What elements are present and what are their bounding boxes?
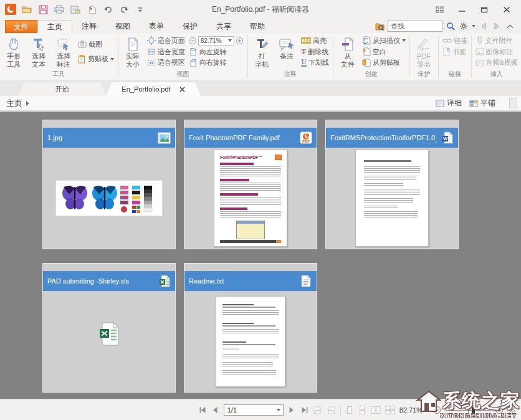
link-button[interactable]: 链接 xyxy=(442,36,467,46)
zoom-in-icon[interactable] xyxy=(236,37,244,45)
find-previous-icon[interactable] xyxy=(479,21,489,31)
typewriter-button[interactable]: 打 字机 xyxy=(250,34,274,69)
underline-button[interactable]: U 下划线 xyxy=(301,57,329,68)
select-text-button[interactable]: 选择 文本 xyxy=(27,34,50,69)
rotate-right-button[interactable]: 向右旋转 xyxy=(189,57,244,68)
redo-icon[interactable] xyxy=(118,3,130,16)
zoom-percentage[interactable]: 82.71% xyxy=(399,406,428,414)
group-label-comment: 注释 xyxy=(250,69,330,80)
create-from-file-button[interactable]: 从 文件 xyxy=(336,34,360,69)
portfolio-item-excel[interactable]: PAD submitting -Shirley.xls xyxy=(42,263,176,393)
doc-tab-portfolio[interactable]: En_Portfolio.pdf xyxy=(106,82,201,96)
detail-view-button[interactable]: 详细 xyxy=(436,98,462,108)
select-annotation-button[interactable]: 选择 标注 xyxy=(52,34,75,69)
previous-view-button[interactable] xyxy=(313,405,322,415)
tile-view-button[interactable]: 平铺 xyxy=(469,98,495,108)
tab-protect[interactable]: 保护 xyxy=(173,20,207,33)
tab-comment[interactable]: 注释 xyxy=(72,20,106,33)
breadcrumb[interactable]: 主页 xyxy=(6,98,22,109)
from-scanner-button[interactable]: 从扫描仪 xyxy=(362,36,406,46)
note-button[interactable]: 备注 xyxy=(275,34,299,69)
strikeout-button[interactable]: T 删除线 xyxy=(301,47,329,57)
find-next-icon[interactable] xyxy=(492,21,502,31)
search-input[interactable] xyxy=(388,21,442,32)
tile-view-icon xyxy=(469,100,478,107)
from-clipboard-button[interactable]: 从剪贴板 xyxy=(362,57,406,68)
close-button[interactable] xyxy=(500,4,514,15)
close-tab-icon[interactable] xyxy=(179,87,185,92)
settings-gear-icon[interactable] xyxy=(459,21,469,31)
undo-icon[interactable] xyxy=(102,3,114,16)
email-button[interactable] xyxy=(69,3,82,16)
fit-width-button[interactable]: 适合宽度 xyxy=(147,47,185,57)
pdf-preview-text xyxy=(220,211,281,217)
zoom-level-select[interactable]: 82.71% xyxy=(198,36,234,45)
ui-layout-button[interactable] xyxy=(433,4,446,15)
settings-caret-icon[interactable] xyxy=(472,25,476,27)
tab-help[interactable]: 帮助 xyxy=(241,20,274,33)
open-file-button[interactable] xyxy=(21,3,33,16)
tab-form[interactable]: 表单 xyxy=(140,20,173,33)
qat-customize-icon[interactable] xyxy=(134,3,146,16)
search-icon[interactable] xyxy=(446,21,456,31)
pdf-sign-button[interactable]: PDF 签名 xyxy=(412,34,436,69)
tile-preview xyxy=(327,148,457,248)
foxit-logo-icon[interactable] xyxy=(4,3,17,16)
page-number-select[interactable] xyxy=(224,404,284,416)
ribbon-group-view: 实际 大小 适合页面 适合宽度 xyxy=(119,33,247,80)
zoom-slider[interactable] xyxy=(446,405,490,415)
snapshot-button[interactable]: 截图 xyxy=(78,39,114,50)
highlight-icon: abc xyxy=(301,37,311,44)
page-number-input[interactable] xyxy=(224,404,284,416)
group-divider xyxy=(247,36,248,77)
next-page-button[interactable] xyxy=(288,405,296,415)
resize-grip-icon[interactable] xyxy=(508,405,516,415)
portfolio-item-word[interactable]: FoxitRMSProtectionToolforPDF1.0_read W xyxy=(325,120,459,249)
file-attachment-button[interactable]: 文件附件 xyxy=(476,36,518,46)
zoom-out-icon[interactable] xyxy=(189,37,197,45)
image-annotation-button[interactable]: 图像标注 xyxy=(476,47,518,57)
create-blank-button[interactable]: 空白 xyxy=(362,47,406,57)
rotate-left-button[interactable]: 向左旋转 xyxy=(189,47,244,57)
scrollbar-button[interactable] xyxy=(509,98,517,108)
clipboard-button[interactable]: 剪贴板 xyxy=(78,54,114,64)
highlight-button[interactable]: abc 高亮 xyxy=(301,36,329,46)
file-menu-button[interactable]: 文件 xyxy=(5,20,37,33)
bookmark-button[interactable]: 书签 xyxy=(442,47,467,57)
zoom-out-button[interactable] xyxy=(433,405,441,415)
zoom-slider-thumb[interactable] xyxy=(472,407,475,414)
facing-layout-button[interactable] xyxy=(371,405,381,415)
tab-view[interactable]: 视图 xyxy=(106,20,140,33)
tile-header: FoxitRMSProtectionToolforPDF1.0_read W xyxy=(326,128,458,148)
text-preview-text xyxy=(222,354,279,359)
word-preview-text xyxy=(364,189,420,195)
restore-button[interactable] xyxy=(477,4,491,15)
save-button[interactable] xyxy=(37,3,49,16)
single-page-layout-button[interactable] xyxy=(345,405,353,415)
fit-visible-button[interactable]: 适合视区 xyxy=(147,57,185,68)
continuous-layout-button[interactable] xyxy=(358,405,366,415)
next-view-button[interactable] xyxy=(327,405,336,415)
first-page-button[interactable] xyxy=(198,405,206,415)
zoom-in-button[interactable] xyxy=(495,405,504,415)
previous-page-button[interactable] xyxy=(211,405,219,415)
tab-share[interactable]: 共享 xyxy=(207,20,241,33)
minimize-button[interactable] xyxy=(455,4,469,15)
last-page-button[interactable] xyxy=(300,405,308,415)
from-scanner-caret-icon xyxy=(402,39,406,42)
actual-size-button[interactable]: 实际 大小 xyxy=(121,34,145,69)
fit-page-button[interactable]: 适合页面 xyxy=(147,36,185,46)
new-document-button[interactable] xyxy=(85,3,98,16)
tab-home[interactable]: 主页 xyxy=(37,20,72,33)
group-divider xyxy=(438,36,439,77)
collapse-ribbon-icon[interactable] xyxy=(505,21,515,31)
portfolio-item-image[interactable]: 1.jpg xyxy=(42,120,176,249)
audio-video-button[interactable]: 音频&视频 xyxy=(476,57,518,68)
print-button[interactable] xyxy=(53,3,65,16)
hand-tool-button[interactable]: 手形 工具 xyxy=(2,34,26,69)
portfolio-item-pdf[interactable]: Foxit PhantomPDF Family.pdf PDF Foxit®Ph… xyxy=(184,120,317,249)
doc-tab-start[interactable]: 开始 xyxy=(19,82,106,96)
underline-icon: U xyxy=(301,59,307,67)
facing-continuous-layout-button[interactable] xyxy=(385,405,395,415)
portfolio-item-text[interactable]: Readme.txt xyxy=(184,263,317,393)
